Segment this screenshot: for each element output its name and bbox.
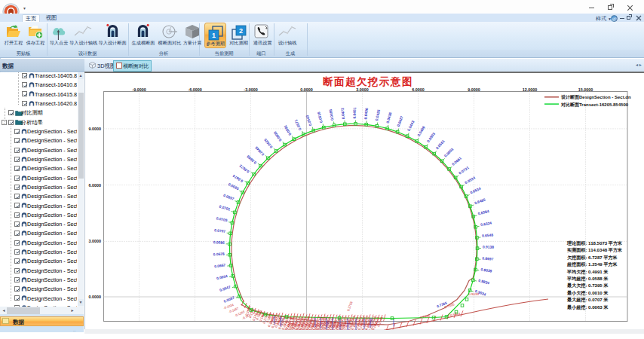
svg-text:0.0436: 0.0436: [363, 107, 369, 119]
svg-text:实测面积: 114.0348 平方米: 实测面积: 114.0348 平方米: [566, 247, 622, 253]
svg-text:最大欠挖: 0.7395 米: 最大欠挖: 0.7395 米: [566, 282, 609, 289]
svg-text:-3.0000: -3.0000: [244, 87, 257, 91]
svg-text:0.2703: 0.2703: [346, 300, 353, 311]
svg-text:9.0000: 9.0000: [468, 87, 480, 91]
svg-text:0.0721: 0.0721: [458, 165, 470, 175]
svg-text:-0.7446: -0.7446: [419, 313, 431, 319]
svg-text:设计断面DesignSection - Sect.dn: 设计断面DesignSection - Sect.dn: [560, 94, 631, 100]
svg-text:0.0451: 0.0451: [353, 107, 357, 118]
svg-text:0.8697: 0.8697: [482, 256, 494, 261]
svg-text:0.0561: 0.0561: [435, 139, 446, 150]
svg-text:最小欠挖: 0.0010 米: 最小欠挖: 0.0010 米: [566, 289, 609, 295]
svg-text:0.0416: 0.0416: [386, 111, 393, 124]
svg-text:0.0707: 0.0707: [214, 228, 226, 234]
svg-text:0.9138: 0.9138: [483, 245, 494, 249]
svg-text:0.0495: 0.0495: [329, 108, 334, 121]
svg-text:断面超欠挖示意图: 断面超欠挖示意图: [323, 75, 413, 87]
svg-text:最小超挖: 0.0063 米: 最小超挖: 0.0063 米: [566, 304, 609, 310]
svg-text:0.6384: 0.6384: [477, 209, 489, 215]
svg-text:0.0000: 0.0000: [89, 295, 102, 299]
svg-text:0.8834: 0.8834: [478, 278, 490, 285]
svg-text:0.0661: 0.0661: [451, 156, 462, 166]
svg-text:0.0547: 0.0547: [219, 285, 232, 292]
svg-text:超挖面积: 1.2549 平方米: 超挖面积: 1.2549 平方米: [566, 261, 618, 267]
svg-text:0.0686: 0.0686: [213, 240, 225, 244]
svg-text:0.0516: 0.0516: [317, 111, 324, 123]
svg-text:0.0469: 0.0469: [417, 125, 426, 137]
svg-text:对比断面Transect-16205.854500: 对比断面Transect-16205.854500: [560, 101, 629, 107]
svg-text:-6.0000: -6.0000: [188, 87, 201, 91]
svg-text:0.0658: 0.0658: [246, 154, 257, 164]
svg-text:0.0591: 0.0591: [284, 124, 293, 136]
svg-text:0.0657: 0.0657: [214, 263, 226, 268]
svg-text:6.0000: 6.0000: [412, 87, 425, 91]
svg-text:0.0603: 0.0603: [443, 147, 454, 157]
svg-text:0.0672: 0.0672: [238, 163, 250, 173]
svg-text:-0.9039: -0.9039: [468, 292, 479, 296]
svg-text:3.0000: 3.0000: [356, 87, 369, 91]
svg-text:@: @: [612, 15, 617, 20]
svg-text:0.6465: 0.6465: [474, 197, 486, 205]
svg-text:0.6324: 0.6324: [480, 221, 492, 226]
svg-text:0.0625: 0.0625: [263, 137, 273, 148]
svg-text:0.0605: 0.0605: [273, 130, 283, 142]
svg-text:0.0695: 0.0695: [228, 182, 240, 191]
svg-text:0.0697: 0.0697: [222, 193, 235, 200]
svg-text:0.0427: 0.0427: [397, 115, 404, 127]
svg-text:0.6548: 0.6548: [482, 233, 494, 237]
svg-text:平均超挖: 0.0588 米: 平均超挖: 0.0588 米: [566, 276, 609, 282]
svg-text:1: 1: [211, 32, 215, 39]
svg-text:平均欠挖: 0.4991 米: 平均欠挖: 0.4991 米: [566, 268, 609, 274]
svg-text:最大超挖: 0.0707 米: 最大超挖: 0.0707 米: [566, 297, 609, 303]
svg-text:0.0534: 0.0534: [465, 176, 477, 185]
svg-text:12.0000: 12.0000: [523, 87, 538, 91]
svg-text:欠挖面积: 6.7287 平方米: 欠挖面积: 6.7287 平方米: [566, 254, 618, 260]
svg-text:理论面积: 118.5073 平方米: 理论面积: 118.5073 平方米: [566, 240, 622, 246]
svg-text:6.0000: 6.0000: [89, 182, 102, 187]
svg-text:0.0425: 0.0425: [375, 108, 381, 121]
svg-text:2: 2: [238, 27, 242, 35]
svg-text:0.0674: 0.0674: [232, 173, 244, 182]
svg-text:0.0443: 0.0443: [406, 120, 415, 132]
svg-text:0.0503: 0.0503: [426, 131, 436, 142]
svg-text:9.0000: 9.0000: [89, 126, 102, 130]
svg-text:0.9039: 0.9039: [480, 267, 492, 273]
svg-text:0.0000: 0.0000: [300, 87, 313, 91]
svg-text:0.0701: 0.0701: [219, 204, 231, 211]
svg-text:0.0472: 0.0472: [341, 107, 345, 119]
svg-text:15.0000: 15.0000: [578, 87, 593, 91]
svg-text:0.0654: 0.0654: [216, 274, 228, 280]
svg-text:3.0000: 3.0000: [89, 239, 102, 243]
svg-text:0.0705: 0.0705: [216, 216, 228, 222]
svg-text:-9.0000: -9.0000: [132, 87, 146, 91]
svg-text:0.6534: 0.6534: [470, 186, 482, 194]
svg-text:0.0645: 0.0645: [254, 145, 265, 156]
svg-text:0.0571: 0.0571: [294, 118, 302, 130]
svg-text:0.0678: 0.0678: [213, 252, 225, 256]
